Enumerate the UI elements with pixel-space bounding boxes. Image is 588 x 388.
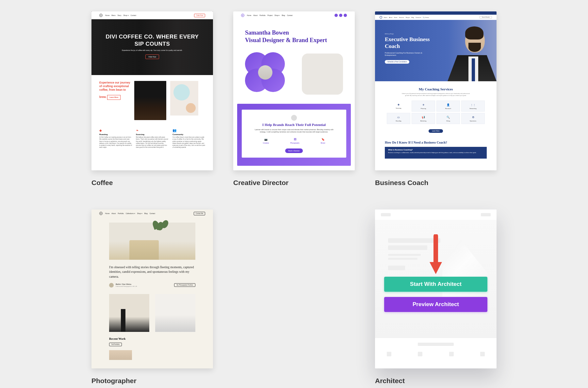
thumb-nav: Home About Portfolio Collections ▾ Shop …: [105, 212, 155, 214]
start-with-template-button[interactable]: Start With Architect: [384, 277, 487, 292]
hero-eyebrow: Anthony Grego: [385, 33, 431, 35]
template-thumb-business-coach[interactable]: HomeAbout EventServices Shop ▾Blog Conta…: [375, 11, 497, 170]
branding-icon: ▭: [388, 116, 409, 119]
full-portfolio-button: Full Portfolio: [109, 343, 122, 346]
panel-body: I partner with brands to uncover their u…: [246, 129, 342, 133]
thumb-image-coffee-beans: [134, 81, 166, 120]
quatrefoil-shape: [245, 52, 291, 98]
panel-headline: I Help Brands Reach Their Full Potential: [246, 123, 342, 127]
template-thumb-architect[interactable]: Start With Architect Preview Architect: [375, 210, 497, 368]
thumb-gradient-panel: I Help Brands Reach Their Full Potential…: [237, 104, 351, 166]
learn-more-button: Learn More: [429, 129, 443, 133]
template-card-coffee: D Home Menu Story Shop ▾ Contact Order N…: [91, 11, 213, 187]
thumb-cta-button: Order Now: [194, 14, 205, 17]
divi-logo-icon: D: [241, 14, 244, 17]
hero-cta-button: Schedule a Free Consultation: [385, 60, 409, 64]
template-card-architect: Start With Architect Preview Architect A…: [375, 210, 497, 385]
hero-sub: Professional Coaching For Business Owner…: [385, 52, 431, 57]
hiring-icon: 🔍: [437, 116, 459, 119]
networking-icon: ⋮⋮: [462, 103, 484, 106]
recent-heading: Recent Work: [109, 337, 195, 340]
panel-service-icons: 📷Creative 🖼Photography 🔖Brand: [246, 138, 342, 144]
template-title: Photographer: [91, 377, 213, 385]
thumb-image-plates: [170, 81, 198, 116]
search-label: Search Results: [480, 16, 492, 19]
template-title: Architect: [375, 377, 497, 385]
template-card-creative-director: D Home About Portfolio Project Shop ▾ Bl…: [233, 11, 355, 187]
marketing-icon: 📢: [413, 116, 434, 119]
how-banner: What is Business Coaching? Business coac…: [385, 147, 487, 159]
thumb-hero-button: Order Now: [145, 54, 159, 59]
wavy-image-shape: [302, 54, 343, 95]
how-heading: How Do I Know If I Need a Business Coach…: [385, 141, 487, 144]
thumb-byline: Hello! I'm Olivia Professional Photograp…: [91, 279, 213, 287]
thumb-cta-button: Contact Me: [194, 212, 205, 215]
bag-graphic: [129, 240, 159, 260]
picture-icon: 🖼: [294, 138, 296, 141]
thumb-nav: Home About Portfolio Project Shop ▾ Blog…: [247, 14, 293, 16]
thumb-hero-sub: Experience the joy of coffee with every …: [122, 49, 182, 51]
portfolio-button: My Photography Portfolio: [174, 283, 195, 287]
recent-image-strip: [109, 350, 132, 360]
thumb-hero-image: [109, 223, 195, 260]
thumb-image-pair: [91, 287, 213, 332]
thumb-topbar: D Home About Portfolio Collections ▾ Sho…: [91, 210, 213, 217]
bookmark-icon: 🔖: [321, 138, 325, 141]
research-icon: 👤: [437, 103, 459, 106]
hover-actions: Start With Architect Preview Architect: [384, 277, 487, 312]
pointer-arrow-icon: [428, 234, 444, 277]
thumb-topbar: HomeAbout EventServices Shop ▾Blog Conta…: [375, 15, 497, 20]
social-icons: [335, 14, 347, 17]
visioning-icon: ◈: [387, 103, 410, 106]
thumb-hero-headline: Samantha Bowen Visual Designer & Brand E…: [245, 29, 343, 44]
template-thumb-creative-director[interactable]: D Home About Portfolio Project Shop ▾ Bl…: [233, 11, 355, 170]
template-thumb-photographer[interactable]: D Home About Portfolio Collections ▾ Sho…: [91, 210, 213, 368]
services-sub: Unlock your full potential with personal…: [388, 93, 483, 97]
community-icon: 👥: [172, 129, 205, 132]
thumb-hero-shapes: [245, 52, 343, 101]
thumb-quote: I'm obsessed with telling stories throug…: [91, 260, 213, 279]
services-heading: My Coaching Services: [388, 87, 483, 91]
template-gallery: D Home Menu Story Shop ▾ Contact Order N…: [91, 0, 497, 385]
thumb-mid-row: Experience our journey of crafting excep…: [91, 75, 213, 126]
preview-template-button[interactable]: Preview Architect: [384, 297, 487, 312]
template-title: Coffee: [91, 179, 213, 187]
template-title: Business Coach: [375, 179, 497, 187]
roasting-icon: ◆: [99, 129, 132, 132]
avatar-icon: [291, 115, 297, 121]
template-thumb-coffee[interactable]: D Home Menu Story Shop ▾ Contact Order N…: [91, 11, 213, 170]
thumb-hero-headline: DIVI COFFEE CO. WHERE EVERY SIP COUNTS: [105, 33, 200, 47]
thumb-learn-more-button: Learn More: [107, 95, 121, 100]
operations-icon: ⚙: [462, 116, 484, 119]
recent-work-section: Recent Work Full Portfolio: [91, 332, 213, 346]
template-title: Creative Director: [233, 179, 355, 187]
photo-1: [109, 294, 149, 332]
photo-2: [155, 294, 195, 332]
panel-cta-button: Book a Session: [285, 148, 303, 153]
avatar-icon: [109, 283, 114, 287]
thumb-feature-row: ◆ Roasting At Divi Coffee our roasting p…: [91, 126, 213, 149]
plant-graphic: [153, 221, 172, 240]
hero-headline: Executive Business Coach: [385, 36, 431, 50]
how-section: How Do I Know If I Need a Business Coach…: [385, 141, 487, 159]
camera-icon: 📷: [264, 138, 268, 141]
planning-icon: ✈: [413, 103, 434, 106]
divi-logo-icon: D: [99, 14, 103, 17]
divi-logo-icon: [380, 16, 382, 19]
thumb-hero: Anthony Grego Executive Business Coach P…: [375, 20, 497, 81]
thumb-hero: DIVI COFFEE CO. WHERE EVERY SIP COUNTS E…: [91, 11, 213, 75]
byline-tag: Professional Photographer in NY, US: [116, 286, 137, 287]
divi-logo-icon: D: [99, 212, 103, 215]
thumb-nav: Home Menu Story Shop ▾ Contact: [105, 14, 136, 16]
template-card-photographer: D Home About Portfolio Collections ▾ Sho…: [91, 210, 213, 385]
hero-man-photo: [448, 20, 497, 81]
thumb-hero: Samantha Bowen Visual Designer & Brand E…: [233, 19, 355, 48]
thumb-topbar: D Home Menu Story Shop ▾ Contact Order N…: [91, 11, 213, 19]
thumb-top-strip: [375, 11, 497, 15]
services-section: My Coaching Services Unlock your full po…: [375, 81, 497, 97]
byline-name: Hello! I'm Olivia: [116, 283, 137, 286]
sourcing-icon: ❧: [136, 129, 169, 132]
services-grid: ◈Visioning ✈Planning 👤Research ⋮⋮Network…: [387, 101, 485, 124]
thumb-topbar: D Home About Portfolio Project Shop ▾ Bl…: [233, 11, 355, 19]
template-card-business-coach: HomeAbout EventServices Shop ▾Blog Conta…: [375, 11, 497, 187]
